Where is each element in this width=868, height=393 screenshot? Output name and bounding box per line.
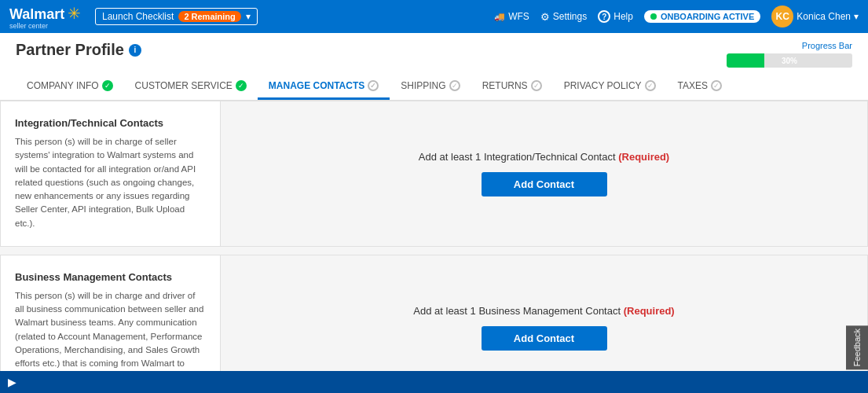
partner-title: Partner Profile i bbox=[16, 41, 141, 59]
tab-returns[interactable]: RETURNS ✓ bbox=[471, 74, 553, 100]
info-icon[interactable]: i bbox=[129, 44, 141, 57]
tab-privacy-policy[interactable]: PRIVACY POLICY ✓ bbox=[553, 74, 667, 100]
integration-section: Integration/Technical Contacts This pers… bbox=[0, 101, 868, 247]
feedback-button[interactable]: Feedback bbox=[846, 325, 868, 369]
progress-bar-fill bbox=[727, 53, 764, 68]
shipping-check-icon: ✓ bbox=[449, 80, 460, 91]
tab-shipping[interactable]: SHIPPING ✓ bbox=[390, 74, 471, 100]
partner-header-top: Partner Profile i Progress Bar 30% bbox=[16, 41, 852, 68]
bottom-arrow-icon[interactable]: ▶ bbox=[8, 376, 16, 388]
nav-right: 🚚 WFS ⚙ Settings ? Help ONBOARDING ACTIV… bbox=[494, 6, 859, 28]
spark-icon: ✳ bbox=[68, 5, 81, 22]
company-info-check-icon: ✓ bbox=[102, 80, 113, 91]
progress-bar-label: Progress Bar bbox=[727, 41, 852, 50]
tab-taxes-label: TAXES bbox=[678, 80, 708, 91]
tab-customer-service-label: CUSTOMER SERVICE bbox=[135, 80, 233, 91]
tab-returns-label: RETURNS bbox=[482, 80, 528, 91]
privacy-check-icon: ✓ bbox=[645, 80, 656, 91]
tab-manage-contacts-label: MANAGE CONTACTS bbox=[269, 80, 364, 91]
user-chevron-icon: ▾ bbox=[854, 11, 859, 22]
onboarding-status-dot bbox=[650, 13, 657, 20]
business-title: Business Management Contacts bbox=[15, 271, 206, 283]
tab-taxes[interactable]: TAXES ✓ bbox=[667, 74, 733, 100]
add-integration-contact-button[interactable]: Add Contact bbox=[482, 172, 607, 196]
integration-title: Integration/Technical Contacts bbox=[15, 117, 206, 129]
partner-header: Partner Profile i Progress Bar 30% COMPA… bbox=[0, 33, 868, 101]
tab-shipping-label: SHIPPING bbox=[401, 80, 445, 91]
integration-required-msg: Add at least 1 Integration/Technical Con… bbox=[419, 151, 669, 163]
add-business-contact-button[interactable]: Add Contact bbox=[482, 326, 607, 351]
remaining-badge: 2 Remaining bbox=[178, 11, 240, 22]
logo: Walmart ✳ seller center bbox=[9, 4, 81, 30]
gear-icon: ⚙ bbox=[540, 11, 550, 23]
tabs: COMPANY INFO ✓ CUSTOMER SERVICE ✓ MANAGE… bbox=[16, 74, 852, 100]
user-menu[interactable]: KC Konica Chen ▾ bbox=[771, 6, 859, 28]
onboarding-badge: ONBOARDING ACTIVE bbox=[644, 10, 760, 23]
business-required-msg: Add at least 1 Business Management Conta… bbox=[413, 305, 674, 317]
avatar: KC bbox=[771, 6, 793, 28]
integration-right-panel: Add at least 1 Integration/Technical Con… bbox=[221, 101, 867, 246]
launch-checklist-label: Launch Checklist bbox=[102, 11, 174, 22]
onboarding-label: ONBOARDING ACTIVE bbox=[661, 12, 754, 21]
customer-service-check-icon: ✓ bbox=[236, 80, 247, 91]
help-icon: ? bbox=[598, 10, 610, 23]
integration-required-text: Add at least 1 Integration/Technical Con… bbox=[419, 151, 616, 163]
settings-link[interactable]: ⚙ Settings bbox=[540, 11, 587, 23]
taxes-check-icon: ✓ bbox=[711, 80, 722, 91]
business-required-label: (Required) bbox=[624, 305, 675, 317]
help-link[interactable]: ? Help bbox=[598, 10, 633, 23]
tab-customer-service[interactable]: CUSTOMER SERVICE ✓ bbox=[124, 74, 258, 100]
launch-checklist-button[interactable]: Launch Checklist 2 Remaining ▾ bbox=[95, 8, 258, 25]
integration-description: This person (s) will be in charge of sel… bbox=[15, 135, 206, 230]
user-name: Konica Chen bbox=[797, 11, 851, 22]
settings-label: Settings bbox=[553, 11, 587, 22]
walmart-text: Walmart bbox=[9, 6, 64, 22]
tab-privacy-policy-label: PRIVACY POLICY bbox=[564, 80, 642, 91]
business-required-text: Add at least 1 Business Management Conta… bbox=[413, 305, 621, 317]
manage-contacts-check-icon: ✓ bbox=[368, 80, 379, 91]
help-label: Help bbox=[613, 11, 633, 22]
business-description: This person (s) will be in charge and dr… bbox=[15, 289, 206, 384]
bottom-bar: ▶ bbox=[0, 371, 868, 393]
main-content: Integration/Technical Contacts This pers… bbox=[0, 101, 868, 393]
returns-check-icon: ✓ bbox=[531, 80, 542, 91]
progress-bar-area: Progress Bar 30% bbox=[727, 41, 852, 68]
tab-company-info[interactable]: COMPANY INFO ✓ bbox=[16, 74, 124, 100]
integration-left-panel: Integration/Technical Contacts This pers… bbox=[1, 101, 221, 246]
truck-icon: 🚚 bbox=[494, 12, 505, 22]
page-title: Partner Profile bbox=[16, 41, 124, 59]
progress-bar-track: 30% bbox=[727, 53, 852, 68]
wfs-link[interactable]: 🚚 WFS bbox=[494, 11, 529, 22]
seller-center-label: seller center bbox=[9, 23, 81, 30]
walmart-logo: Walmart ✳ seller center bbox=[9, 4, 81, 30]
progress-bar-pct: 30% bbox=[782, 57, 797, 65]
wfs-label: WFS bbox=[508, 11, 529, 22]
top-nav: Walmart ✳ seller center Launch Checklist… bbox=[0, 0, 868, 33]
tab-manage-contacts[interactable]: MANAGE CONTACTS ✓ bbox=[258, 74, 390, 100]
tab-company-info-label: COMPANY INFO bbox=[27, 80, 99, 91]
chevron-down-icon: ▾ bbox=[246, 11, 251, 22]
integration-required-label: (Required) bbox=[618, 151, 669, 163]
